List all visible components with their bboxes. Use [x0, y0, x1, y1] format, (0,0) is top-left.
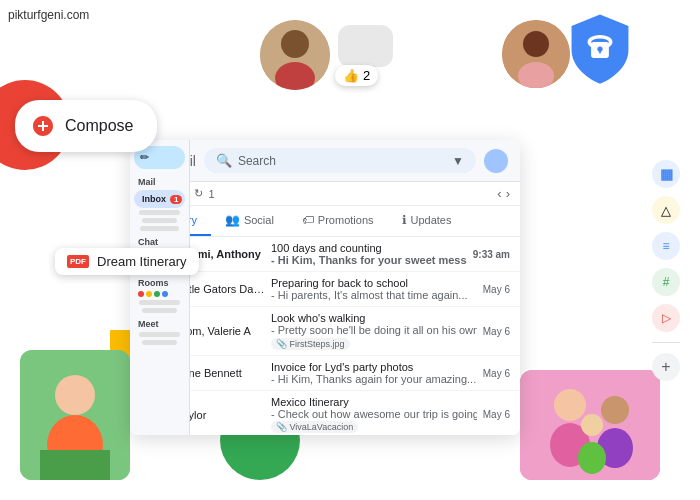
updates-tab-label: Updates	[411, 214, 452, 226]
tab-promotions[interactable]: 🏷 Promotions	[288, 206, 388, 236]
compose-label: Compose	[65, 117, 133, 135]
search-placeholder: Search	[238, 154, 276, 168]
tab-social[interactable]: 👥 Social	[211, 206, 288, 236]
add-apps-icon[interactable]: +	[652, 353, 680, 381]
thumbs-emoji: 👍	[343, 68, 359, 83]
svg-point-20	[578, 442, 606, 474]
email-snippet: - Check out how awesome our trip is goin…	[271, 408, 477, 420]
docs-icon[interactable]: ≡	[652, 232, 680, 260]
sidebar-meet-header: Meet	[134, 319, 185, 329]
sidebar-compose-icon: ✏	[140, 151, 149, 164]
svg-point-5	[281, 30, 309, 58]
sidebar-chat-header: Chat	[134, 237, 185, 247]
svg-point-15	[554, 389, 586, 421]
promotions-tab-icon: 🏷	[302, 213, 314, 227]
toolbar-nav: ‹ ›	[497, 186, 510, 201]
search-icon: 🔍	[216, 153, 232, 168]
svg-point-17	[601, 396, 629, 424]
sidebar-rooms-header: Rooms	[134, 278, 185, 288]
shield-icon	[560, 10, 640, 94]
email-subject: Invoice for Lyd's party photos	[271, 361, 413, 373]
watermark-text: pikturfgeni.com	[8, 8, 89, 22]
social-tab-label: Social	[244, 214, 274, 226]
email-sender: Little Gators Daycare	[177, 283, 265, 295]
svg-point-19	[581, 414, 603, 436]
email-time: May 6	[483, 326, 510, 337]
header-avatar[interactable]	[484, 149, 508, 173]
slides-icon[interactable]: ▷	[652, 304, 680, 332]
email-snippet: - Hi parents, It's almost that time agai…	[271, 289, 468, 301]
svg-point-11	[55, 375, 95, 415]
email-content: Mexico Itinerary - Check out how awesome…	[271, 396, 477, 433]
compose-plus-icon	[31, 114, 55, 138]
compose-button[interactable]: Compose	[15, 100, 157, 152]
sidebar-mail-lines	[134, 210, 185, 231]
email-content: Look who's walking - Pretty soon he'll b…	[271, 312, 477, 350]
avatar-man	[260, 20, 330, 90]
email-subject: Mexico Itinerary	[271, 396, 349, 408]
dream-itinerary-label: Dream Itinerary	[97, 254, 187, 269]
calendar-icon[interactable]: ▦	[652, 160, 680, 188]
email-sender: June Bennett	[177, 367, 265, 379]
sidebar-inbox-label: Inbox	[142, 194, 166, 204]
thumbs-count: 2	[363, 68, 370, 83]
toolbar-refresh-icon[interactable]: ↻	[194, 187, 203, 200]
social-tab-icon: 👥	[225, 213, 240, 227]
email-sender: Taylor	[177, 409, 265, 421]
child-photo	[20, 350, 130, 480]
tab-updates[interactable]: ℹ Updates	[388, 206, 466, 236]
email-time: May 6	[483, 409, 510, 420]
prev-page-icon[interactable]: ‹	[497, 186, 501, 201]
sheets-icon[interactable]: #	[652, 268, 680, 296]
google-apps-panel: ▦ △ ≡ # ▷ +	[652, 160, 680, 381]
pdf-icon: PDF	[67, 255, 89, 268]
drive-icon[interactable]: △	[652, 196, 680, 224]
email-content: Invoice for Lyd's party photos - Hi Kim,…	[271, 361, 477, 385]
email-time: 9:33 am	[473, 249, 510, 260]
email-snippet: - Hi Kim, Thanks for your sweet message.…	[271, 254, 467, 266]
dream-itinerary-chip[interactable]: PDF Dream Itinerary	[55, 248, 199, 275]
family-photo	[520, 370, 660, 480]
email-sender: Mom, Valerie A	[177, 325, 265, 337]
attachment-chip: 📎 FirstSteps.jpg	[271, 338, 350, 350]
email-subject: Look who's walking	[271, 312, 365, 324]
email-subject: 100 days and counting	[271, 242, 382, 254]
search-chevron-icon: ▼	[452, 154, 464, 168]
svg-rect-13	[40, 450, 110, 480]
rooms-dots	[134, 291, 185, 297]
attachment-chip: 📎 VivaLaVacacion	[271, 421, 358, 433]
email-time: May 6	[483, 368, 510, 379]
email-snippet: - Pretty soon he'll be doing it all on h…	[271, 324, 477, 336]
updates-tab-icon: ℹ	[402, 213, 407, 227]
email-snippet: - Hi Kim, Thanks again for your amazing.…	[271, 373, 476, 385]
next-page-icon[interactable]: ›	[506, 186, 510, 201]
email-content: 100 days and counting - Hi Kim, Thanks f…	[271, 242, 467, 266]
meet-lines	[134, 332, 185, 345]
svg-point-8	[523, 31, 549, 57]
email-time: May 6	[483, 284, 510, 295]
svg-rect-3	[599, 49, 601, 53]
gmail-search-bar[interactable]: 🔍 Search ▼	[204, 148, 476, 173]
email-content: Preparing for back to school - Hi parent…	[271, 277, 477, 301]
promotions-tab-label: Promotions	[318, 214, 374, 226]
sidebar-item-inbox[interactable]: Inbox 1	[134, 190, 185, 208]
toolbar-count: 1	[209, 188, 215, 200]
sidebar-mail-header: Mail	[134, 177, 185, 187]
thumbs-up-badge: 👍 2	[335, 65, 378, 86]
inbox-badge: 1	[170, 195, 182, 204]
avatar-woman	[502, 20, 570, 88]
chat-bubble	[338, 25, 393, 67]
rooms-lines	[134, 300, 185, 313]
email-subject: Preparing for back to school	[271, 277, 408, 289]
